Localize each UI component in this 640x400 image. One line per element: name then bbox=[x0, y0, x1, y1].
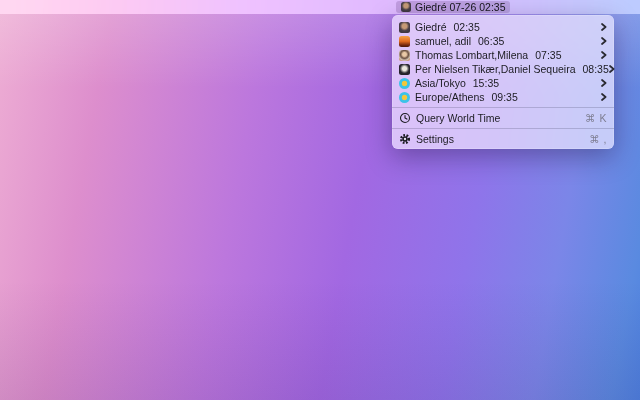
menu-item-query-world-time[interactable]: Query World Time ⌘ K bbox=[392, 110, 614, 125]
chevron-right-icon bbox=[601, 23, 607, 31]
globe-icon bbox=[399, 92, 410, 103]
item-time: 15:35 bbox=[473, 77, 499, 89]
menu-item-label: Asia/Tokyo bbox=[415, 77, 466, 89]
menu-item-timezone[interactable]: Europe/Athens 09:35 bbox=[392, 90, 614, 104]
menu-item-person[interactable]: Thomas Lombart,Milena 07:35 bbox=[392, 48, 614, 62]
menu-item-label: Giedré bbox=[415, 21, 447, 33]
gear-icon bbox=[399, 133, 411, 145]
menu-item-person[interactable]: samuel, adil 06:35 bbox=[392, 34, 614, 48]
item-time: 06:35 bbox=[478, 35, 504, 47]
menu-item-label: Thomas Lombart,Milena bbox=[415, 49, 528, 61]
item-time: 08:35 bbox=[583, 63, 609, 75]
desktop: { "menubar": { "status_item": { "label":… bbox=[0, 0, 640, 400]
menu-separator bbox=[392, 107, 614, 108]
person-avatar-icon bbox=[399, 22, 410, 33]
chevron-right-icon bbox=[601, 37, 607, 45]
status-item-world-time[interactable]: Giedré 07-26 02:35 bbox=[396, 1, 510, 13]
status-item-label: Giedré 07-26 02:35 bbox=[415, 1, 505, 13]
chevron-right-icon bbox=[601, 51, 607, 59]
menubar: Giedré 07-26 02:35 bbox=[0, 0, 640, 14]
menu-item-person[interactable]: Giedré 02:35 bbox=[392, 20, 614, 34]
menu-item-timezone[interactable]: Asia/Tokyo 15:35 bbox=[392, 76, 614, 90]
menu-item-settings[interactable]: Settings ⌘ , bbox=[392, 131, 614, 146]
person-avatar-icon bbox=[399, 64, 410, 75]
menu-item-label: Query World Time bbox=[416, 112, 500, 124]
item-time: 09:35 bbox=[491, 91, 517, 103]
world-time-menu: Giedré 02:35 samuel, adil 06:35 Thomas L… bbox=[392, 15, 614, 149]
menu-item-person[interactable]: Per Nielsen Tikær,Daniel Sequeira 08:35 bbox=[392, 62, 614, 76]
shortcut-hint: ⌘ , bbox=[589, 133, 607, 145]
menu-item-label: Europe/Athens bbox=[415, 91, 484, 103]
item-time: 02:35 bbox=[454, 21, 480, 33]
chevron-right-icon bbox=[601, 93, 607, 101]
person-avatar-icon bbox=[399, 36, 410, 47]
item-time: 07:35 bbox=[535, 49, 561, 61]
shortcut-hint: ⌘ K bbox=[585, 112, 607, 124]
globe-icon bbox=[399, 78, 410, 89]
chevron-right-icon bbox=[609, 65, 615, 73]
menu-item-label: Per Nielsen Tikær,Daniel Sequeira bbox=[415, 63, 576, 75]
person-avatar-icon bbox=[399, 50, 410, 61]
menu-separator bbox=[392, 128, 614, 129]
menu-item-label: samuel, adil bbox=[415, 35, 471, 47]
chevron-right-icon bbox=[601, 79, 607, 87]
menu-item-label: Settings bbox=[416, 133, 454, 145]
clock-icon bbox=[399, 112, 411, 124]
status-avatar-icon bbox=[401, 2, 411, 12]
